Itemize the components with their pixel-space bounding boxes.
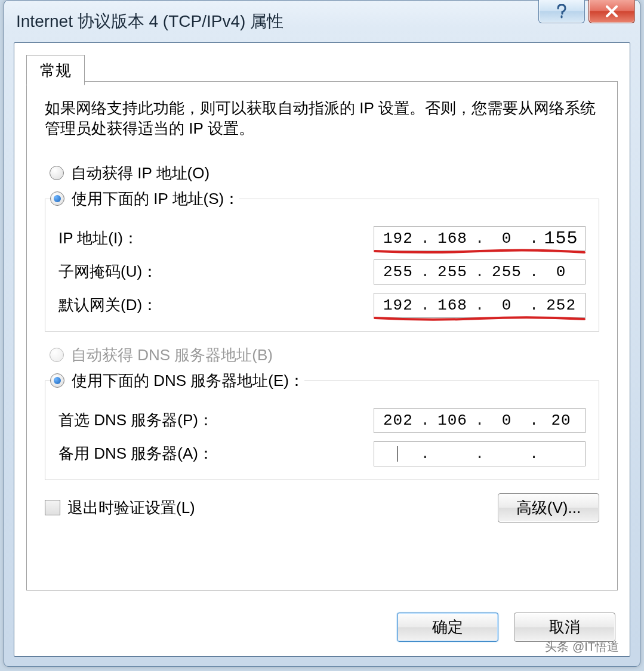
radio-label: 自动获得 IP 地址(O)	[71, 163, 209, 184]
field-preferred-dns: 首选 DNS 服务器(P)： 202. 106. 0. 20	[58, 408, 586, 433]
close-icon	[605, 5, 618, 18]
radio-icon	[50, 191, 64, 206]
options-row: 退出时验证设置(L) 高级(V)...	[45, 493, 599, 522]
close-button[interactable]	[588, 0, 635, 23]
tab-general[interactable]: 常规	[26, 55, 85, 85]
ok-button[interactable]: 确定	[397, 613, 498, 642]
cancel-button[interactable]: 取消	[514, 613, 615, 642]
watermark-text: 头条 @IT悟道	[545, 639, 619, 655]
dialog-buttons: 确定 取消	[397, 613, 615, 642]
field-label: 默认网关(D)：	[58, 295, 158, 316]
radio-icon	[50, 373, 64, 388]
field-subnet-mask: 子网掩码(U)： 255. 255. 255. 0	[58, 259, 586, 285]
field-ip-address: IP 地址(I)： 192. 168. 0. 155	[58, 226, 586, 251]
dialog-window: Internet 协议版本 4 (TCP/IPv4) 属性 常规 如果网络支持此…	[4, 0, 640, 667]
radio-ip-manual[interactable]: 使用下面的 IP 地址(S)：	[50, 188, 239, 209]
window-title: Internet 协议版本 4 (TCP/IPv4) 属性	[16, 10, 284, 33]
tab-strip: 常规	[26, 55, 85, 85]
ip-settings-group: 使用下面的 IP 地址(S)： IP 地址(I)： 192. 168. 0. 1…	[45, 188, 599, 332]
titlebar: Internet 协议版本 4 (TCP/IPv4) 属性	[4, 1, 640, 42]
radio-icon	[50, 166, 64, 180]
advanced-button[interactable]: 高级(V)...	[498, 493, 599, 522]
field-alternate-dns: 备用 DNS 服务器(A)： . . .	[58, 441, 586, 466]
field-label: 备用 DNS 服务器(A)：	[58, 443, 214, 464]
client-area: 常规 如果网络支持此功能，则可以获取自动指派的 IP 设置。否则，您需要从网络系…	[14, 42, 630, 657]
radio-label: 使用下面的 IP 地址(S)：	[72, 188, 239, 209]
validate-on-exit-checkbox[interactable]: 退出时验证设置(L)	[45, 497, 195, 518]
description-text: 如果网络支持此功能，则可以获取自动指派的 IP 设置。否则，您需要从网络系统管理…	[45, 98, 599, 139]
field-label: IP 地址(I)：	[58, 228, 138, 249]
preferred-dns-input[interactable]: 202. 106. 0. 20	[374, 408, 586, 433]
title-controls	[538, 0, 635, 23]
checkbox-label: 退出时验证设置(L)	[67, 497, 195, 518]
ip-address-input[interactable]: 192. 168. 0. 155	[374, 226, 586, 251]
subnet-mask-input[interactable]: 255. 255. 255. 0	[374, 259, 586, 285]
field-label: 首选 DNS 服务器(P)：	[58, 410, 214, 431]
text-caret	[398, 446, 398, 462]
radio-ip-auto[interactable]: 自动获得 IP 地址(O)	[45, 163, 599, 184]
radio-dns-auto: 自动获得 DNS 服务器地址(B)	[45, 345, 599, 366]
field-label: 子网掩码(U)：	[58, 261, 158, 282]
help-button[interactable]	[538, 0, 585, 23]
radio-label: 使用下面的 DNS 服务器地址(E)：	[72, 370, 304, 391]
help-icon	[556, 4, 568, 18]
radio-label: 自动获得 DNS 服务器地址(B)	[71, 345, 273, 366]
radio-dns-manual[interactable]: 使用下面的 DNS 服务器地址(E)：	[50, 370, 304, 391]
alternate-dns-input[interactable]: . . .	[374, 441, 586, 466]
field-default-gateway: 默认网关(D)： 192. 168. 0. 252	[58, 293, 586, 318]
tabpanel-general: 如果网络支持此功能，则可以获取自动指派的 IP 设置。否则，您需要从网络系统管理…	[26, 81, 618, 590]
annotation-underline	[374, 316, 586, 321]
annotation-underline	[374, 249, 586, 255]
default-gateway-input[interactable]: 192. 168. 0. 252	[374, 293, 586, 318]
checkbox-icon	[45, 500, 60, 515]
radio-icon	[50, 348, 64, 362]
dns-settings-group: 使用下面的 DNS 服务器地址(E)： 首选 DNS 服务器(P)： 202. …	[45, 370, 599, 480]
